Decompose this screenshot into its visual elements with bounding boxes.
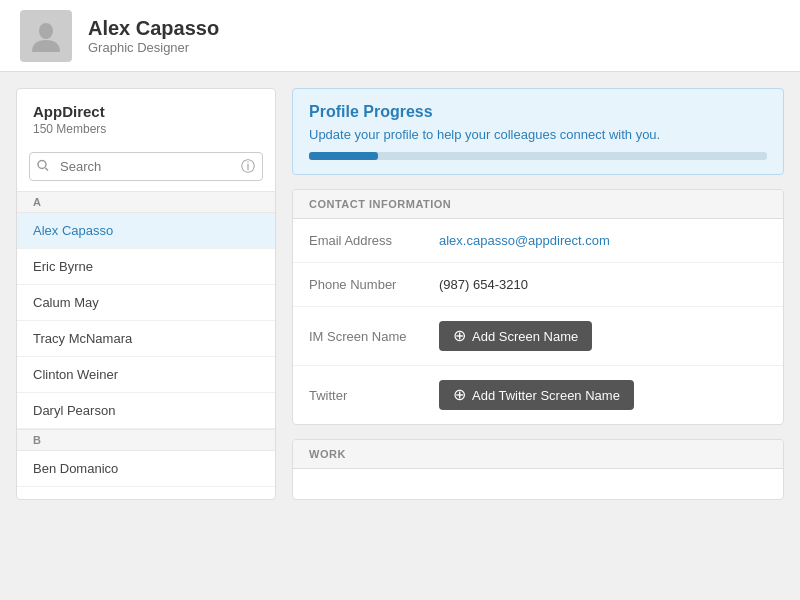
list-item[interactable]: Daryl Pearson	[17, 393, 275, 429]
list-item[interactable]: Clinton Weiner	[17, 357, 275, 393]
email-label: Email Address	[309, 233, 439, 248]
search-box[interactable]: ⓘ	[29, 152, 263, 181]
section-letter-a: A	[17, 191, 275, 213]
right-panel: Profile Progress Update your profile to …	[292, 88, 784, 500]
twitter-label: Twitter	[309, 388, 439, 403]
profile-progress-card: Profile Progress Update your profile to …	[292, 88, 784, 175]
work-section-body	[293, 469, 783, 499]
progress-bar-container	[309, 152, 767, 160]
avatar	[20, 10, 72, 62]
list-item[interactable]: Eric Byrne	[17, 249, 275, 285]
contact-info-header: CONTACT INFORMATION	[293, 190, 783, 219]
phone-label: Phone Number	[309, 277, 439, 292]
sidebar-header: AppDirect 150 Members	[17, 89, 275, 144]
list-item[interactable]: Ben Domanico	[17, 451, 275, 487]
member-list: A Alex Capasso Eric Byrne Calum May Trac…	[17, 191, 275, 487]
info-icon: ⓘ	[241, 158, 255, 176]
plus-icon: ⊕	[453, 328, 466, 344]
contact-info-card: CONTACT INFORMATION Email Address alex.c…	[292, 189, 784, 425]
user-icon	[32, 20, 60, 52]
add-twitter-button[interactable]: ⊕ Add Twitter Screen Name	[439, 380, 634, 410]
section-letter-b: B	[17, 429, 275, 451]
twitter-row: Twitter ⊕ Add Twitter Screen Name	[293, 366, 783, 424]
search-icon	[37, 159, 49, 174]
search-input[interactable]	[29, 152, 263, 181]
email-row: Email Address alex.capasso@appdirect.com	[293, 219, 783, 263]
im-row: IM Screen Name ⊕ Add Screen Name	[293, 307, 783, 366]
header-info: Alex Capasso Graphic Designer	[88, 17, 219, 55]
phone-row: Phone Number (987) 654-3210	[293, 263, 783, 307]
header-name: Alex Capasso	[88, 17, 219, 40]
work-section-card: WORK	[292, 439, 784, 500]
list-item[interactable]: Alex Capasso	[17, 213, 275, 249]
work-section-header: WORK	[293, 440, 783, 469]
profile-progress-description: Update your profile to help your colleag…	[309, 127, 767, 142]
add-screen-name-button[interactable]: ⊕ Add Screen Name	[439, 321, 592, 351]
main-layout: AppDirect 150 Members ⓘ A Alex Capasso E…	[0, 72, 800, 516]
sidebar: AppDirect 150 Members ⓘ A Alex Capasso E…	[16, 88, 276, 500]
list-item[interactable]: Calum May	[17, 285, 275, 321]
svg-point-1	[38, 160, 46, 168]
add-screen-name-label: Add Screen Name	[472, 329, 578, 344]
add-twitter-label: Add Twitter Screen Name	[472, 388, 620, 403]
im-label: IM Screen Name	[309, 329, 439, 344]
member-count: 150 Members	[33, 122, 259, 136]
email-value[interactable]: alex.capasso@appdirect.com	[439, 233, 610, 248]
svg-line-2	[46, 168, 49, 171]
profile-progress-title: Profile Progress	[309, 103, 767, 121]
svg-point-0	[39, 23, 53, 39]
phone-value: (987) 654-3210	[439, 277, 528, 292]
list-item[interactable]: Tracy McNamara	[17, 321, 275, 357]
header-title: Graphic Designer	[88, 40, 219, 55]
plus-icon: ⊕	[453, 387, 466, 403]
org-name: AppDirect	[33, 103, 259, 120]
page-header: Alex Capasso Graphic Designer	[0, 0, 800, 72]
progress-bar-fill	[309, 152, 378, 160]
